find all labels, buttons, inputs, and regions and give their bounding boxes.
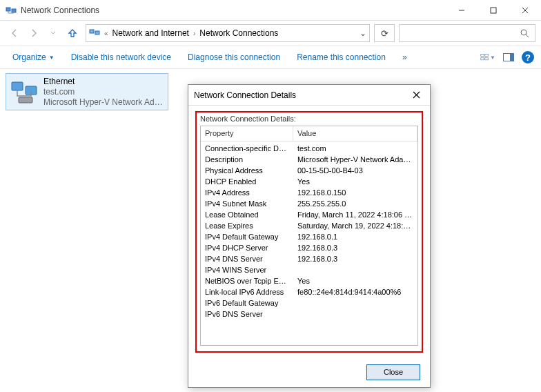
value-cell: fe80::24e4:814d:9414:4a00%6 [293, 286, 417, 297]
property-cell: IPv4 DNS Server [201, 253, 293, 264]
diagnose-button[interactable]: Diagnose this connection [179, 52, 288, 62]
table-row[interactable]: NetBIOS over Tcpip En...Yes [201, 275, 417, 286]
preview-pane-icon[interactable] [501, 50, 516, 65]
svg-line-9 [526, 35, 529, 37]
back-button[interactable] [6, 24, 23, 42]
table-row[interactable]: IPv4 Address192.168.0.150 [201, 187, 417, 198]
property-cell: NetBIOS over Tcpip En... [201, 275, 293, 286]
value-cell: 192.168.0.3 [293, 242, 417, 253]
table-row[interactable]: Connection-specific DN...test.com [201, 143, 417, 154]
property-cell: IPv4 Address [201, 187, 293, 198]
property-cell: IPv4 Subnet Mask [201, 198, 293, 209]
window-close-button[interactable] [509, 0, 541, 21]
svg-rect-16 [12, 82, 23, 90]
table-row[interactable]: Lease ObtainedFriday, March 11, 2022 4:1… [201, 209, 417, 220]
property-cell: DHCP Enabled [201, 176, 293, 187]
table-row[interactable]: IPv4 DHCP Server192.168.0.3 [201, 242, 417, 253]
property-cell: Lease Obtained [201, 209, 293, 220]
property-cell: IPv4 WINS Server [201, 264, 293, 275]
table-row[interactable]: Lease ExpiresSaturday, March 19, 2022 4:… [201, 220, 417, 231]
control-panel-icon [89, 28, 100, 39]
chevron-left-icon[interactable]: « [103, 30, 110, 37]
property-cell: IPv6 DNS Server [201, 308, 293, 320]
details-highlight-box: Network Connection Details: Property Val… [195, 111, 423, 353]
dialog-close-button[interactable] [408, 87, 424, 104]
table-row[interactable]: IPv4 Subnet Mask255.255.255.0 [201, 198, 417, 209]
table-row[interactable]: DescriptionMicrosoft Hyper-V Network Ada… [201, 154, 417, 165]
svg-rect-0 [6, 8, 10, 11]
dialog-titlebar: Network Connection Details [188, 85, 430, 106]
search-icon [520, 29, 529, 38]
search-input[interactable] [399, 24, 535, 42]
table-row[interactable]: IPv4 DNS Server192.168.0.3 [201, 253, 417, 264]
network-connections-icon [6, 5, 17, 16]
value-cell: 192.168.0.3 [293, 253, 417, 264]
svg-rect-6 [90, 30, 94, 33]
help-icon[interactable]: ? [522, 51, 534, 63]
property-cell: Lease Expires [201, 220, 293, 231]
organize-label: Organize [12, 52, 46, 62]
up-button[interactable] [63, 24, 81, 42]
property-cell: Connection-specific DN... [201, 143, 293, 154]
connection-item-ethernet[interactable]: Ethernet test.com Microsoft Hyper-V Netw… [6, 73, 168, 110]
window-titlebar: Network Connections [0, 0, 541, 21]
refresh-button[interactable]: ⟳ [374, 24, 395, 42]
ethernet-adapter-icon [9, 77, 39, 107]
svg-rect-15 [510, 54, 513, 61]
more-commands[interactable]: » [394, 52, 415, 62]
property-cell: Physical Address [201, 165, 293, 176]
property-cell: Description [201, 154, 293, 165]
property-cell: IPv6 Default Gateway [201, 297, 293, 308]
breadcrumb-part[interactable]: Network Connections [197, 28, 281, 38]
column-header-property[interactable]: Property [201, 126, 293, 141]
dialog-title: Network Connection Details [194, 90, 408, 100]
table-row[interactable]: Physical Address00-15-5D-00-B4-03 [201, 165, 417, 176]
svg-point-8 [521, 30, 527, 35]
recent-dropdown[interactable] [44, 24, 62, 42]
svg-rect-12 [481, 58, 484, 60]
maximize-button[interactable] [478, 0, 509, 21]
svg-rect-11 [485, 54, 489, 56]
value-cell: Yes [293, 176, 417, 187]
table-row[interactable]: IPv4 Default Gateway192.168.0.1 [201, 231, 417, 242]
table-row[interactable]: IPv6 Default Gateway [201, 297, 417, 308]
svg-rect-13 [485, 58, 489, 60]
close-button[interactable]: Close [366, 364, 420, 380]
table-row[interactable]: DHCP EnabledYes [201, 176, 417, 187]
value-cell [293, 264, 417, 275]
value-cell: 00-15-5D-00-B4-03 [293, 165, 417, 176]
disable-device-button[interactable]: Disable this network device [63, 52, 179, 62]
svg-rect-3 [491, 8, 496, 13]
chevron-right-icon: › [192, 30, 197, 37]
forward-button[interactable] [25, 24, 43, 42]
address-bar-row: « Network and Internet › Network Connect… [0, 21, 541, 46]
connection-adapter: Microsoft Hyper-V Network Adap... [43, 97, 165, 108]
value-cell: 255.255.255.0 [293, 198, 417, 209]
column-header-value[interactable]: Value [293, 126, 417, 141]
toolbar: Organize ▼ Disable this network device D… [0, 46, 541, 69]
property-cell: IPv4 DHCP Server [201, 242, 293, 253]
value-cell: Saturday, March 19, 2022 4:18:06 PM [293, 220, 417, 231]
network-connection-details-dialog: Network Connection Details Network Conne… [188, 84, 431, 388]
table-row[interactable]: Link-local IPv6 Addressfe80::24e4:814d:9… [201, 286, 417, 297]
view-options-icon[interactable]: ▼ [480, 50, 495, 65]
address-bar[interactable]: « Network and Internet › Network Connect… [86, 24, 370, 42]
rename-button[interactable]: Rename this connection [288, 52, 394, 62]
value-cell: Microsoft Hyper-V Network Adapter [293, 154, 417, 165]
value-cell [293, 297, 417, 308]
details-group-label: Network Connection Details: [200, 115, 418, 123]
connection-status: test.com [43, 87, 165, 97]
value-cell: test.com [293, 143, 417, 154]
svg-rect-7 [95, 31, 99, 35]
svg-rect-18 [19, 97, 32, 103]
breadcrumb-part[interactable]: Network and Internet [110, 28, 192, 38]
address-dropdown[interactable]: ⌄ [357, 28, 369, 38]
table-row[interactable]: IPv4 WINS Server [201, 264, 417, 275]
property-cell: Link-local IPv6 Address [201, 286, 293, 297]
value-cell: 192.168.0.1 [293, 231, 417, 242]
value-cell: Friday, March 11, 2022 4:18:06 PM [293, 209, 417, 220]
table-row[interactable]: IPv6 DNS Server [201, 308, 417, 320]
organize-menu[interactable]: Organize ▼ [4, 52, 63, 62]
property-cell: IPv4 Default Gateway [201, 231, 293, 242]
minimize-button[interactable] [446, 0, 478, 21]
